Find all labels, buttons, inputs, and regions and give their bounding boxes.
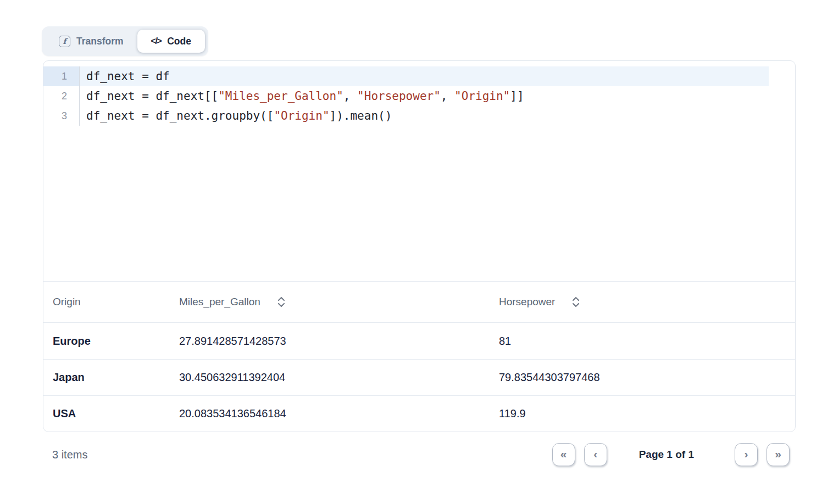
- code-and-result-panel: 1 df_next = df 2 df_next = df_next[["Mil…: [43, 60, 796, 432]
- code-line-1[interactable]: 1 df_next = df: [43, 66, 769, 86]
- string-token: "Origin": [274, 109, 329, 122]
- cell-miles-per-gallon: 20.083534136546184: [170, 407, 490, 420]
- code-line-text: df_next = df: [80, 66, 170, 86]
- previous-page-button[interactable]: ‹: [584, 443, 607, 466]
- cell-miles-per-gallon: 30.450632911392404: [170, 371, 490, 384]
- view-tab-bar: f Transform </> Code: [42, 26, 208, 56]
- code-token: ]]: [510, 89, 524, 103]
- code-token: df_next = df_next[[: [86, 89, 218, 103]
- double-chevron-left-icon: «: [560, 447, 567, 461]
- cell-origin: Europe: [43, 335, 170, 348]
- line-number: 3: [43, 106, 80, 126]
- string-token: "Miles_per_Gallon": [218, 89, 343, 103]
- table-row: Europe 27.891428571428573 81: [43, 323, 795, 359]
- chevron-right-icon: ›: [745, 447, 748, 461]
- table-row: Japan 30.450632911392404 79.835443037974…: [43, 359, 795, 395]
- cell-horsepower: 119.9: [490, 407, 795, 420]
- code-icon: </>: [151, 36, 162, 46]
- sort-icon[interactable]: [571, 296, 580, 308]
- page-indicator: Page 1 of 1: [639, 449, 694, 461]
- tab-transform[interactable]: f Transform: [45, 30, 137, 53]
- table-row: USA 20.083534136546184 119.9: [43, 395, 795, 432]
- cell-origin: USA: [43, 407, 170, 420]
- cell-origin: Japan: [43, 371, 170, 384]
- code-line-text: df_next = df_next.groupby(["Origin"]).me…: [80, 106, 392, 126]
- cell-horsepower: 81: [490, 335, 795, 348]
- code-token: df_next = df: [86, 70, 170, 83]
- line-number: 2: [43, 86, 80, 106]
- function-icon: f: [59, 36, 70, 47]
- column-header-origin: Origin: [43, 296, 170, 308]
- tab-transform-label: Transform: [76, 36, 124, 47]
- tab-code-label: Code: [167, 36, 191, 47]
- code-line-3[interactable]: 3 df_next = df_next.groupby(["Origin"]).…: [43, 106, 769, 126]
- tab-code[interactable]: </> Code: [137, 30, 205, 53]
- code-token: df_next = df_next.groupby([: [86, 109, 274, 122]
- code-line-text: df_next = df_next[["Miles_per_Gallon", "…: [80, 86, 524, 106]
- string-token: "Horsepower": [357, 89, 441, 103]
- cell-horsepower: 79.83544303797468: [490, 371, 795, 384]
- last-page-button[interactable]: »: [767, 443, 790, 466]
- column-header-label: Horsepower: [499, 296, 555, 308]
- code-line-2[interactable]: 2 df_next = df_next[["Miles_per_Gallon",…: [43, 86, 769, 106]
- code-token: ,: [441, 89, 454, 103]
- cell-miles-per-gallon: 27.891428571428573: [170, 335, 490, 348]
- line-number: 1: [43, 66, 80, 86]
- column-header-horsepower[interactable]: Horsepower: [490, 296, 795, 308]
- chevron-left-icon: ‹: [593, 447, 597, 461]
- items-count: 3 items: [52, 449, 87, 461]
- string-token: "Origin": [454, 89, 510, 103]
- code-token: ]).mean(): [330, 109, 392, 122]
- column-header-label: Origin: [53, 296, 81, 308]
- table-footer: 3 items « ‹ Page 1 of 1 › »: [43, 432, 796, 477]
- next-page-button[interactable]: ›: [735, 443, 758, 466]
- code-editor[interactable]: 1 df_next = df 2 df_next = df_next[["Mil…: [43, 61, 795, 282]
- column-header-miles-per-gallon[interactable]: Miles_per_Gallon: [170, 296, 490, 308]
- transform-widget: f Transform </> Code 1 df_next = df 2 df…: [43, 26, 796, 477]
- double-chevron-right-icon: »: [775, 447, 781, 461]
- pagination: « ‹ Page 1 of 1 › »: [552, 443, 796, 466]
- code-token: ,: [343, 89, 357, 103]
- first-page-button[interactable]: «: [552, 443, 575, 466]
- sort-icon[interactable]: [277, 296, 286, 308]
- table-header-row: Origin Miles_per_Gallon Horsepower: [43, 282, 795, 323]
- column-header-label: Miles_per_Gallon: [179, 296, 260, 308]
